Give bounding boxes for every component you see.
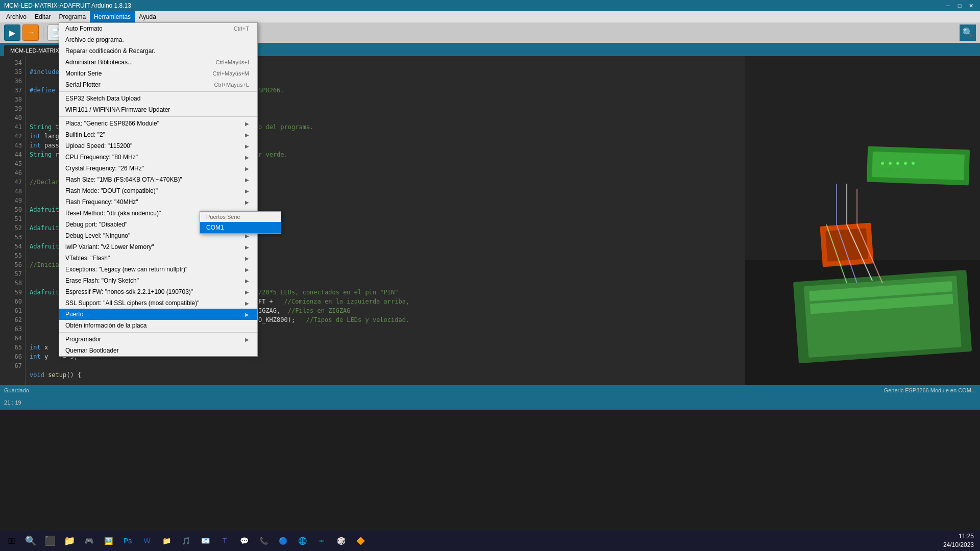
menu-placa[interactable]: Placa: "Generic ESP8266 Module" ▶: [59, 118, 257, 129]
status-text: Guardado.: [4, 387, 31, 393]
menu-administrar-bibliotecas[interactable]: Administrar Bibliotecas... Ctrl+Mayús+I: [59, 57, 257, 68]
serial-monitor-button[interactable]: 🔍: [960, 24, 976, 41]
menubar: Archivo Editar Programa Herramientas Ayu…: [0, 11, 980, 22]
menu-cpu-freq[interactable]: CPU Frequency: "80 MHz" ▶: [59, 152, 257, 163]
clock-date: 24/10/2023: [943, 541, 974, 549]
maximize-button[interactable]: □: [954, 1, 965, 11]
taskbar-app-5[interactable]: 📧: [196, 532, 214, 550]
line-numbers: 34 35 36 37 38 39 40 41 42 43 44 45 46 4…: [0, 56, 26, 385]
menu-monitor-serie[interactable]: Monitor Serie Ctrl+Mayús+M: [59, 68, 257, 79]
menu-reparar[interactable]: Reparar codificación & Recargar.: [59, 45, 257, 57]
taskbar-app-3[interactable]: 📁: [157, 532, 176, 550]
code-line: [30, 380, 741, 385]
titlebar-title: MCM-LED-MATRIX-ADAFRUIT Arduino 1.8.13: [4, 2, 131, 9]
menu-programa[interactable]: Programa: [55, 11, 90, 22]
menu-puerto[interactable]: Puerto ▶: [59, 309, 257, 320]
menu-herramientas[interactable]: Herramientas: [90, 11, 135, 22]
svg-point-19: [896, 162, 899, 165]
taskbar-app-6[interactable]: 📞: [254, 532, 273, 550]
taskbar-app-photoshop[interactable]: Ps: [118, 532, 137, 550]
svg-point-22: [881, 168, 884, 171]
menu-editar[interactable]: Editar: [31, 11, 55, 22]
menu-lwip[interactable]: lwIP Variant: "v2 Lower Memory" ▶: [59, 241, 257, 253]
menu-flash-freq[interactable]: Flash Frequency: "40MHz" ▶: [59, 196, 257, 208]
taskbar-app-9[interactable]: 🔶: [351, 532, 370, 550]
toolbar-right: 🔍: [960, 24, 976, 41]
menu-archivo-programa[interactable]: Archivo de programa.: [59, 34, 257, 45]
menu-ayuda[interactable]: Ayuda: [135, 11, 160, 22]
menu-wifi-updater[interactable]: WiFi101 / WiFiNINA Firmware Updater: [59, 104, 257, 115]
code-line: [30, 361, 741, 370]
menu-flash-mode[interactable]: Flash Mode: "DOUT (compatible)" ▶: [59, 185, 257, 196]
taskbar-app-8[interactable]: 🎲: [332, 532, 350, 550]
hardware-panel: [745, 56, 980, 385]
file-explorer-button[interactable]: 📁: [60, 532, 79, 550]
code-line: void setup() {: [30, 370, 741, 380]
menu-obtener-info[interactable]: Obtén información de la placa: [59, 320, 257, 331]
herramientas-menu: Auto Formato Ctrl+T Archivo de programa.…: [59, 22, 258, 357]
taskbar-arduino[interactable]: ∞: [312, 532, 331, 550]
svg-rect-16: [872, 152, 965, 180]
svg-point-20: [904, 162, 907, 165]
hardware-svg: [745, 56, 980, 385]
taskbar-app-4[interactable]: 🎵: [177, 532, 195, 550]
svg-point-23: [889, 168, 892, 171]
taskbar-app-2[interactable]: 🖼️: [99, 532, 117, 550]
taskbar-clock: 11:25 24/10/2023: [943, 532, 978, 549]
menu-vtables[interactable]: VTables: "Flash" ▶: [59, 253, 257, 264]
svg-point-24: [896, 168, 899, 171]
menu-quemar-bootloader[interactable]: Quemar Bootloader: [59, 345, 257, 356]
menu-programador[interactable]: Programador ▶: [59, 334, 257, 345]
menu-espressif-fw[interactable]: Espressif FW: "nonos-sdk 2.2.1+100 (1907…: [59, 286, 257, 297]
titlebar: MCM-LED-MATRIX-ADAFRUIT Arduino 1.8.13 ─…: [0, 0, 980, 11]
taskbar-chrome[interactable]: 🌐: [293, 532, 311, 550]
menu-auto-formato[interactable]: Auto Formato Ctrl+T: [59, 23, 257, 34]
statusbar: Guardado. Generic ESP8266 Module en COM.…: [0, 385, 980, 395]
close-button[interactable]: ✕: [966, 1, 976, 11]
svg-point-21: [912, 162, 915, 165]
minimize-button[interactable]: ─: [943, 1, 953, 11]
toolbar-separator-1: [43, 27, 43, 39]
board-info: Generic ESP8266 Module en COM...: [884, 387, 976, 393]
taskbar: ⊞ 🔍 ⬛ 📁 🎮 🖼️ Ps W 📁 🎵 📧 T 💬 📞 🔵 🌐 ∞ 🎲 🔶 …: [0, 531, 980, 551]
submenu-com1[interactable]: COM1: [200, 222, 281, 233]
taskbar-app-whatsapp[interactable]: 💬: [235, 532, 253, 550]
bottombar: 21 : 19: [0, 395, 980, 410]
clock-time: 11:25: [943, 532, 974, 541]
menu-archivo[interactable]: Archivo: [2, 11, 31, 22]
separator-1: [59, 91, 257, 92]
taskbar-app-teams[interactable]: T: [215, 532, 234, 550]
taskbar-app-word[interactable]: W: [138, 532, 156, 550]
taskbar-app-7[interactable]: 🔵: [274, 532, 292, 550]
menu-exceptions[interactable]: Exceptions: "Legacy (new can return null…: [59, 264, 257, 275]
menu-flash-size[interactable]: Flash Size: "1MB (FS:64KB OTA:~470KB)" ▶: [59, 174, 257, 185]
verify-button[interactable]: ▶: [4, 24, 20, 41]
menu-builtin-led[interactable]: Builtin Led: "2" ▶: [59, 129, 257, 140]
menu-erase-flash[interactable]: Erase Flash: "Only Sketch" ▶: [59, 275, 257, 286]
puertos-serie-submenu: Puertos Serie COM1: [200, 211, 281, 234]
separator-3: [59, 332, 257, 333]
separator-2: [59, 116, 257, 117]
menu-upload-speed[interactable]: Upload Speed: "115200" ▶: [59, 140, 257, 152]
task-view-button[interactable]: ⬛: [41, 532, 59, 550]
menu-crystal-freq[interactable]: Crystal Frequency: "26 MHz" ▶: [59, 163, 257, 174]
hardware-image: [745, 56, 980, 385]
menu-esp32-upload[interactable]: ESP32 Sketch Data Upload: [59, 93, 257, 104]
svg-point-17: [881, 162, 884, 165]
cursor-position: 21 : 19: [4, 399, 21, 406]
svg-point-18: [889, 162, 892, 165]
com-label: COM1: [206, 224, 224, 231]
search-button[interactable]: 🔍: [21, 532, 40, 550]
start-button[interactable]: ⊞: [2, 532, 20, 550]
submenu-title: Puertos Serie: [200, 212, 281, 222]
upload-button[interactable]: →: [22, 24, 39, 41]
menu-ssl-support[interactable]: SSL Support: "All SSL ciphers (most comp…: [59, 297, 257, 309]
menu-serial-plotter[interactable]: Serial Plotter Ctrl+Mayús+L: [59, 79, 257, 90]
taskbar-app-1[interactable]: 🎮: [80, 532, 98, 550]
titlebar-controls: ─ □ ✕: [943, 1, 976, 11]
